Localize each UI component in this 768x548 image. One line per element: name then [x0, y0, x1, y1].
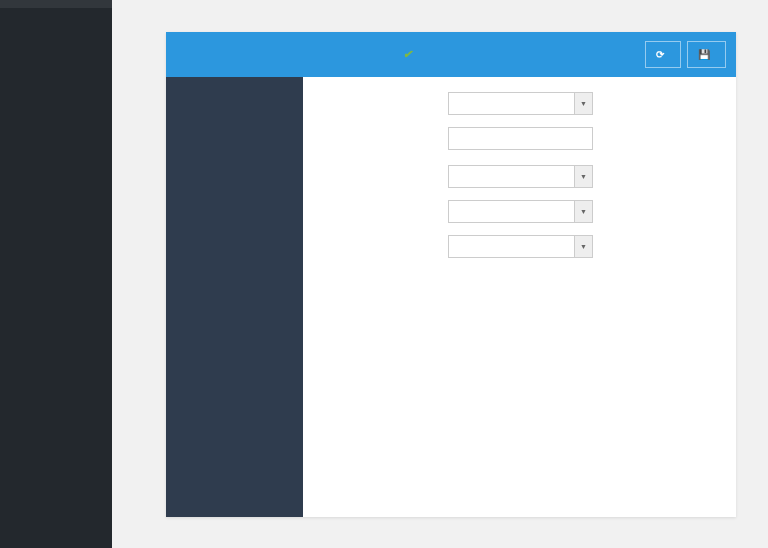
- chevron-down-icon: ▼: [574, 166, 592, 187]
- slider-category-select[interactable]: ▼: [448, 92, 593, 115]
- number-of-slides-input[interactable]: [448, 127, 593, 150]
- chevron-down-icon: ▼: [574, 93, 592, 114]
- refresh-icon: ⟳: [656, 49, 664, 60]
- settings-content: ▼ ▼ ▼: [303, 77, 736, 517]
- save-changes-button[interactable]: 💾: [687, 41, 726, 68]
- panel-header: ✔ ⟳ 💾: [166, 32, 736, 77]
- category-1-select[interactable]: ▼: [448, 165, 593, 188]
- appearance-submenu: [0, 0, 112, 8]
- settings-tabs: [166, 77, 303, 517]
- panel-body: ▼ ▼ ▼: [166, 77, 736, 517]
- theme-options-panel: ✔ ⟳ 💾 ▼: [166, 32, 736, 517]
- save-icon: 💾: [698, 49, 710, 60]
- chevron-down-icon: ▼: [574, 201, 592, 222]
- brand: ✔: [176, 48, 639, 62]
- reset-to-default-button[interactable]: ⟳: [645, 41, 680, 68]
- chevron-down-icon: ▼: [574, 236, 592, 257]
- category-2-select[interactable]: ▼: [448, 200, 593, 223]
- wp-admin-sidebar: [0, 0, 112, 548]
- category-3-select[interactable]: ▼: [448, 235, 593, 258]
